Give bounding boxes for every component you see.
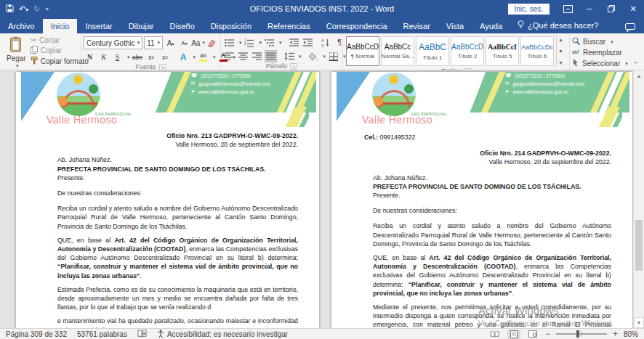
zoom-out-icon[interactable]: − (545, 330, 550, 338)
letter-date: Valle Hermoso, 20 de septiembre del 2022… (57, 140, 298, 149)
paste-button[interactable]: Pegar▾ (2, 35, 31, 70)
redo-icon[interactable]: ↻ (33, 4, 40, 14)
tab-insertar[interactable]: Insertar (77, 19, 120, 33)
decrease-indent-icon[interactable] (288, 36, 300, 49)
format-painter-button[interactable]: Copiar formato (31, 57, 89, 66)
restore-button[interactable] (600, 0, 622, 17)
close-button[interactable]: ✕ (622, 0, 644, 17)
zoom-level[interactable]: 80% (624, 330, 638, 338)
tab-correspondencia[interactable]: Correspondencia (318, 19, 395, 33)
bullets-icon[interactable] (223, 36, 236, 49)
tab-revisar[interactable]: Revisar (395, 19, 438, 33)
text-effects-icon[interactable]: A (177, 51, 190, 63)
read-mode-icon[interactable] (488, 330, 502, 339)
shading-icon[interactable] (307, 50, 320, 62)
increase-indent-icon[interactable] (302, 36, 314, 49)
zoom-slider[interactable] (556, 333, 607, 335)
copy-button[interactable]: Copiar (31, 46, 89, 55)
styles-scroll-up-icon[interactable]: ▲ (558, 37, 563, 42)
sign-in-button[interactable]: Inic. ses. (508, 4, 550, 15)
letter-body[interactable]: Oficio Nro. 213 GADPRVH-O-WMC-09-2022. V… (16, 127, 319, 328)
style-titulo-6[interactable]: AaBbCcDcTítulo 6 (520, 36, 554, 66)
scroll-up-icon[interactable]: ▲ (634, 70, 644, 81)
bold-button[interactable]: N (84, 51, 96, 63)
web-layout-icon[interactable] (526, 330, 539, 339)
page-right[interactable]: Valle Hermoso GAD PARROQUIAL RUC : 17601… (331, 72, 632, 328)
undo-icon[interactable]: ↶▾ (19, 4, 28, 14)
highlight-dropdown[interactable]: ▾ (213, 54, 216, 60)
borders-icon[interactable] (327, 50, 339, 62)
multilevel-list-icon[interactable] (263, 36, 275, 49)
tab-vista[interactable]: Vista (438, 19, 472, 33)
print-layout-icon[interactable] (507, 330, 520, 339)
ribbon-display-options-icon[interactable] (557, 0, 579, 17)
underline-button[interactable]: S (111, 51, 124, 63)
customize-qat-icon[interactable]: ▿ (45, 6, 48, 12)
select-button[interactable]: Seleccionar▾ (572, 59, 640, 68)
feedback-icon[interactable] (625, 23, 644, 33)
vertical-scrollbar[interactable]: ▲ ▼ (633, 70, 644, 328)
replace-button[interactable]: abReemplazar (572, 48, 640, 57)
clear-formatting-icon[interactable] (206, 37, 218, 49)
text-effects-dropdown[interactable]: ▾ (193, 54, 196, 60)
justify-icon[interactable] (265, 50, 277, 62)
minimize-button[interactable]: ─ (579, 0, 600, 17)
bullets-dropdown[interactable]: ▾ (239, 40, 242, 46)
tab-inicio[interactable]: Inicio (43, 19, 78, 33)
word-count[interactable]: 53761 palabras (77, 330, 127, 338)
tab-ayuda[interactable]: Ayuda (472, 19, 510, 33)
page-indicator[interactable]: Página 309 de 332 (6, 330, 67, 338)
italic-button[interactable]: K (97, 51, 110, 63)
line-spacing-dropdown[interactable]: ▾ (299, 54, 302, 60)
proofing-icon[interactable] (137, 330, 147, 339)
scroll-down-icon[interactable]: ▼ (634, 317, 644, 328)
save-icon[interactable] (6, 4, 14, 14)
styles-scroll-down-icon[interactable]: ▼ (558, 49, 563, 54)
subscript-button[interactable]: x2 (145, 51, 158, 63)
tab-referencias[interactable]: Referencias (259, 19, 318, 33)
scrollbar-thumb[interactable] (635, 220, 643, 271)
numbering-icon[interactable]: 12 (243, 36, 256, 49)
multilevel-dropdown[interactable]: ▾ (279, 40, 282, 46)
tab-archivo[interactable]: Archivo (0, 19, 43, 33)
styles-more-icon[interactable]: ▼̱ (558, 60, 563, 65)
mail-icon: ✉ (505, 81, 510, 86)
line-spacing-icon[interactable] (283, 50, 295, 62)
font-size-combo[interactable]: 11▾ (144, 36, 163, 49)
tab-dibujar[interactable]: Dibujar (121, 19, 162, 33)
shrink-font-icon[interactable]: A▾ (178, 37, 190, 49)
numbering-dropdown[interactable]: ▾ (259, 40, 262, 46)
zoom-in-icon[interactable]: + (613, 330, 618, 338)
zoom-slider-thumb[interactable] (576, 330, 579, 338)
tab-diseno[interactable]: Diseño (162, 19, 203, 33)
superscript-button[interactable]: x2 (159, 51, 172, 63)
shading-dropdown[interactable]: ▾ (323, 54, 326, 60)
style-titulo-2[interactable]: AaBbCcDTítulo 2 (451, 36, 484, 66)
sort-icon[interactable]: AZ (320, 36, 332, 49)
change-case-icon[interactable]: Aa▾ (192, 37, 204, 49)
style-normal-sa[interactable]: AaBbCcNormal Sa... (381, 36, 414, 66)
page-left[interactable]: Valle Hermoso GAD PARROQUIAL RUC : 17601… (16, 72, 319, 328)
underline-dropdown[interactable]: ▾ (127, 54, 130, 60)
find-button[interactable]: Buscar▾ (572, 37, 640, 46)
style-titulo-5[interactable]: AaBbCcITítulo 5 (486, 36, 519, 66)
mail-icon: ✉ (190, 81, 195, 86)
font-dialog-launcher[interactable]: ↘ (159, 64, 166, 70)
word-window: ↶▾ ↻ ▿ OFICIOS ENVIADOS INST. 2022 - Wor… (0, 0, 644, 339)
tell-me-box[interactable]: ¿Qué desea hacer? (510, 17, 605, 33)
grow-font-icon[interactable]: A▴ (164, 37, 177, 49)
strikethrough-button[interactable]: abc (132, 51, 144, 63)
font-family-combo[interactable]: Century Gothic▾ (84, 36, 142, 49)
style-titulo-1[interactable]: AaBbCTítulo 1 (416, 36, 449, 66)
letter-body[interactable]: Cel.: 0991495322 Oficio Nro. 214 GADPRVH… (331, 127, 632, 328)
tab-disposicion[interactable]: Disposición (203, 19, 259, 33)
cut-button[interactable]: ✂Cortar (31, 36, 89, 44)
align-left-icon[interactable] (223, 50, 236, 62)
highlight-color-button[interactable]: ab (197, 51, 209, 63)
align-center-icon[interactable] (237, 50, 249, 62)
accessibility-status[interactable]: Accesibilidad: es necesario investigar (157, 330, 288, 339)
style-normal[interactable]: AaBbCcD¶ Normal (346, 36, 379, 66)
collapse-ribbon-icon[interactable]: ⌃ (632, 61, 638, 68)
paragraph-dialog-launcher[interactable]: ↘ (290, 63, 297, 70)
align-right-icon[interactable] (251, 50, 263, 62)
